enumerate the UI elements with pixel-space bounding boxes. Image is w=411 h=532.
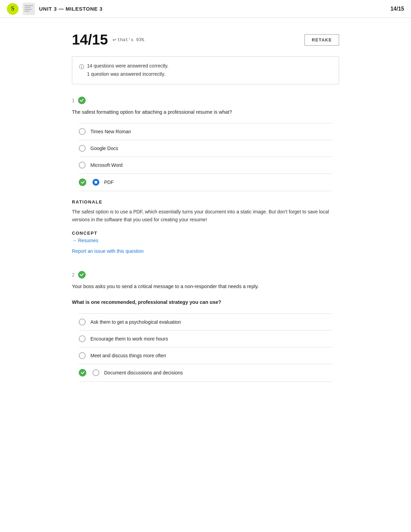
info-text: 14 questions were answered correctly. 1 … <box>87 62 169 78</box>
info-line1: 14 questions were answered correctly. <box>87 62 169 70</box>
option-label-2-1: Ask them to get a psychological evaluati… <box>90 319 181 325</box>
rationale-text-1: The safest option is to use a PDF, which… <box>72 208 339 224</box>
score-display: 14/15 <box>72 32 108 48</box>
logo-icon: S <box>7 3 18 15</box>
correct-check-1 <box>78 97 86 104</box>
radio-2-1 <box>79 319 86 325</box>
question-text-1: The safest formatting option for attachi… <box>72 108 339 116</box>
concept-section-1: CONCEPT → Resumes <box>72 231 339 244</box>
svg-rect-1 <box>25 5 33 6</box>
question-number-1: 1 <box>72 98 75 103</box>
option-row-2-3[interactable]: Meet and discuss things more often <box>79 347 332 364</box>
question-block-1: 1 The safest formatting option for attac… <box>72 97 339 254</box>
concept-title-1: CONCEPT <box>72 231 339 236</box>
top-header: S UNIT 3 — MILESTONE 3 14/15 <box>0 0 411 18</box>
correct-check-2 <box>78 271 86 279</box>
retake-button[interactable]: RETAKE <box>304 34 339 46</box>
question-number-row-2: 2 <box>72 271 339 279</box>
option-label-2-3: Meet and discuss things more often <box>90 353 166 358</box>
question-text-2: Your boss asks you to send a critical me… <box>72 283 339 307</box>
option-label-1-4: PDF <box>104 180 114 185</box>
arrow-back-icon: ↩ <box>113 36 116 43</box>
options-list-2: Ask them to get a psychological evaluati… <box>79 313 332 382</box>
concept-link-1[interactable]: → Resumes <box>72 238 98 243</box>
option-label-1-2: Google Docs <box>90 146 118 151</box>
radio-2-4 <box>92 369 99 376</box>
radio-2-2 <box>79 335 86 342</box>
option-row-1-3[interactable]: Microsoft Word <box>79 157 332 174</box>
radio-2-3 <box>79 352 86 359</box>
option-row-1-2[interactable]: Google Docs <box>79 140 332 157</box>
option-row-1-4[interactable]: PDF <box>79 174 332 191</box>
main-content: 14/15 ↩ that's 93% RETAKE ⓘ 14 questions… <box>51 18 360 412</box>
radio-1-3 <box>79 162 86 169</box>
report-issue-link-1[interactable]: Report an issue with this question <box>72 248 339 254</box>
header-score-display: 14/15 <box>390 6 404 12</box>
svg-rect-4 <box>25 11 29 12</box>
milestone-thumbnail <box>23 3 35 15</box>
option-row-1-1[interactable]: Times New Roman <box>79 123 332 140</box>
correct-indicator-2-4 <box>79 369 86 376</box>
option-row-2-2[interactable]: Encourage them to work more hours <box>79 331 332 347</box>
rationale-title-1: RATIONALE <box>72 199 339 205</box>
option-label-2-2: Encourage them to work more hours <box>90 336 168 342</box>
options-list-1: Times New Roman Google Docs Microsoft Wo… <box>79 123 332 191</box>
score-section: 14/15 ↩ that's 93% RETAKE <box>72 32 339 48</box>
score-note: ↩ that's 93% <box>113 36 144 43</box>
option-label-2-4: Document discussions and decisions <box>104 370 183 375</box>
score-left: 14/15 ↩ that's 93% <box>72 32 144 48</box>
rationale-section-1: RATIONALE The safest option is to use a … <box>72 199 339 254</box>
option-row-2-4[interactable]: Document discussions and decisions <box>79 364 332 382</box>
info-box-row: ⓘ 14 questions were answered correctly. … <box>79 62 332 78</box>
option-row-2-1[interactable]: Ask them to get a psychological evaluati… <box>79 314 332 331</box>
svg-rect-3 <box>25 9 32 10</box>
radio-1-1 <box>79 128 86 135</box>
radio-1-2 <box>79 145 86 152</box>
info-line2: 1 question was answered incorrectly. <box>87 70 169 78</box>
info-box: ⓘ 14 questions were answered correctly. … <box>72 56 339 84</box>
svg-rect-2 <box>25 7 31 8</box>
milestone-title: UNIT 3 — MILESTONE 3 <box>39 6 103 12</box>
info-icon: ⓘ <box>79 62 84 71</box>
radio-1-4 <box>92 179 99 186</box>
header-left: S UNIT 3 — MILESTONE 3 <box>7 3 103 15</box>
question-number-row-1: 1 <box>72 97 339 104</box>
option-label-1-1: Times New Roman <box>90 129 131 134</box>
question-block-2: 2 Your boss asks you to send a critical … <box>72 271 339 382</box>
question-number-2: 2 <box>72 272 75 277</box>
option-label-1-3: Microsoft Word <box>90 162 123 168</box>
correct-indicator-1-4 <box>79 178 86 186</box>
